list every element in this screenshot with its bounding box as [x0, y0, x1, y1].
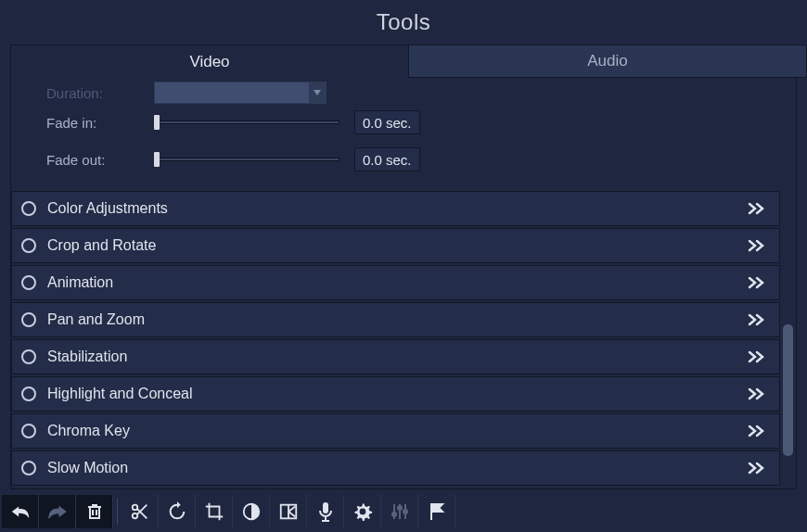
tab-strip: Video Audio: [0, 44, 807, 78]
expand-icon: [748, 424, 766, 437]
equalizer-button: [381, 495, 418, 528]
rotate-icon: [167, 501, 187, 522]
section-row[interactable]: Slow Motion: [11, 450, 780, 486]
duration-select[interactable]: 00:00.000: [154, 82, 327, 104]
dropdown-arrow-icon: [309, 82, 326, 103]
scrollbar-thumb[interactable]: [783, 324, 793, 456]
section-enable-toggle[interactable]: [21, 386, 36, 401]
fade-in-row: Fade in: 0.0 sec.: [46, 104, 762, 141]
marker-button[interactable]: [418, 495, 455, 528]
svg-point-8: [404, 510, 407, 513]
undo-icon: [10, 502, 31, 521]
section-enable-toggle[interactable]: [21, 238, 36, 253]
fade-in-value: 0.0 sec.: [354, 110, 420, 134]
tab-audio-label: Audio: [587, 52, 627, 70]
duration-label: Duration:: [46, 85, 154, 101]
section-row[interactable]: Pan and Zoom: [11, 302, 780, 337]
general-section: Duration: 00:00.000 Fade in: 0.0 sec.: [11, 78, 780, 191]
section-row[interactable]: Highlight and Conceal: [11, 376, 780, 412]
section-row[interactable]: Chroma Key: [11, 413, 780, 449]
scissors-icon: [130, 501, 150, 522]
section-label: Animation: [47, 274, 748, 291]
expand-icon: [748, 239, 766, 252]
section-row[interactable]: Color Adjustments: [11, 191, 780, 226]
expand-icon: [748, 276, 766, 289]
fade-out-value-text: 0.0 sec.: [363, 152, 412, 168]
fade-out-slider-thumb[interactable]: [154, 152, 160, 167]
fade-out-row: Fade out: 0.0 sec.: [46, 141, 762, 178]
section-enable-toggle[interactable]: [21, 275, 36, 290]
section-enable-toggle[interactable]: [21, 424, 36, 438]
microphone-icon: [317, 501, 334, 522]
rotate-button[interactable]: [159, 495, 196, 528]
section-enable-toggle[interactable]: [21, 201, 36, 216]
crop-button[interactable]: [196, 495, 233, 528]
fade-out-value: 0.0 sec.: [354, 147, 420, 171]
color-button[interactable]: [233, 495, 270, 528]
svg-point-7: [398, 506, 402, 510]
vertical-scrollbar[interactable]: [780, 78, 796, 488]
duration-row: Duration: 00:00.000: [46, 82, 762, 104]
transition-icon: [278, 501, 299, 522]
section-label: Stabilization: [47, 348, 748, 365]
section-row[interactable]: Crop and Rotate: [11, 228, 780, 263]
crop-icon: [204, 501, 224, 522]
expand-icon: [748, 313, 766, 326]
fade-in-slider-thumb[interactable]: [154, 115, 160, 130]
trash-icon: [86, 502, 103, 521]
section-list: Color AdjustmentsCrop and RotateAnimatio…: [11, 191, 780, 486]
section-label: Crop and Rotate: [47, 237, 748, 254]
tab-video[interactable]: Video: [10, 44, 409, 78]
undo-button[interactable]: [2, 495, 39, 528]
svg-rect-4: [323, 502, 328, 513]
fade-out-label: Fade out:: [46, 152, 154, 168]
panel-title: Tools: [0, 0, 807, 44]
flag-icon: [429, 502, 445, 521]
transition-button[interactable]: [270, 495, 307, 528]
bottom-toolbar: [0, 493, 807, 530]
properties-button[interactable]: [344, 495, 381, 528]
fade-out-slider[interactable]: [154, 158, 339, 161]
equalizer-icon: [391, 502, 409, 521]
expand-icon: [748, 202, 766, 215]
fade-in-label: Fade in:: [46, 115, 154, 131]
section-label: Pan and Zoom: [47, 311, 748, 328]
svg-point-6: [392, 513, 396, 516]
fade-in-slider[interactable]: [154, 120, 339, 124]
section-enable-toggle[interactable]: [21, 461, 36, 475]
expand-icon: [748, 350, 766, 363]
section-row[interactable]: Animation: [11, 265, 780, 300]
tab-video-label: Video: [189, 53, 229, 71]
expand-icon: [748, 387, 766, 400]
expand-icon: [748, 462, 766, 475]
gear-icon: [352, 501, 373, 522]
section-label: Slow Motion: [47, 460, 748, 476]
toolbar-separator: [117, 499, 118, 525]
record-audio-button[interactable]: [307, 495, 344, 528]
section-enable-toggle[interactable]: [21, 349, 36, 364]
svg-point-5: [360, 509, 365, 514]
section-row[interactable]: Stabilization: [11, 339, 780, 374]
section-label: Color Adjustments: [47, 200, 748, 217]
redo-button: [39, 495, 76, 528]
section-label: Chroma Key: [47, 423, 748, 439]
section-enable-toggle[interactable]: [21, 312, 36, 327]
fade-in-value-text: 0.0 sec.: [363, 115, 412, 131]
cut-button[interactable]: [122, 495, 159, 528]
tab-audio[interactable]: Audio: [409, 44, 807, 78]
contrast-icon: [241, 501, 262, 522]
section-label: Highlight and Conceal: [47, 386, 748, 402]
panel-title-text: Tools: [377, 9, 431, 35]
redo-icon: [47, 502, 68, 521]
delete-button[interactable]: [76, 495, 113, 528]
